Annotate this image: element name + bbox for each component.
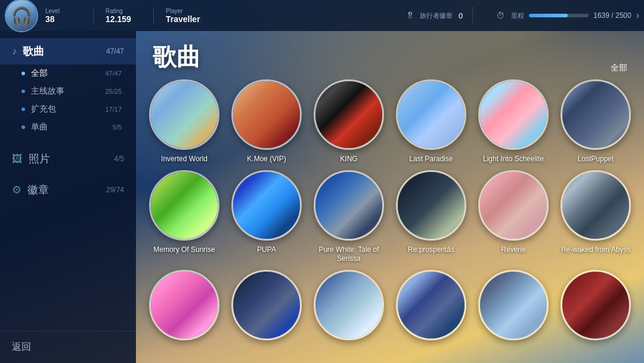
song-item-row3a[interactable] [148,270,221,345]
header-bar: 🎧 Level 38 Rating 12.159 Player Travelle… [0,0,644,31]
badge-icon: 🎖 [404,10,416,21]
song-cover-pure-white [314,170,384,241]
exp-bar-track [529,14,589,17]
song-cover-art-reverie [480,172,547,239]
song-cover-row3b [231,270,302,340]
song-item-row3e[interactable] [477,270,550,345]
sidebar-item-photos[interactable]: 🖼 照片 4/5 [0,143,136,174]
song-cover-art-reprosperitas [398,172,465,239]
sidebar-sub-expand[interactable]: 扩充包 17/17 [0,100,136,118]
miles-icon: ⏱ [494,10,506,21]
song-title-light-into-scheelite: Light Into Scheelite [483,155,544,164]
level-stat: Level 38 [45,8,81,24]
header-divider-2 [153,7,154,24]
song-item-pupa[interactable]: PUPA [230,170,303,264]
song-cover-art-row3a [151,272,218,339]
sub-main-count: 25/25 [105,88,122,95]
level-label: Level [45,8,81,14]
song-item-light-into-scheelite[interactable]: Light Into Scheelite [477,79,550,164]
song-title-reverie: Reverie [501,245,525,255]
song-cover-art-row3e [480,272,547,339]
song-item-row3c[interactable] [312,270,385,345]
photo-icon: 🖼 [12,153,23,165]
song-item-reverie[interactable]: Reverie [477,170,550,264]
gear-icon: ⚙ [12,183,21,196]
song-item-reprosperitas[interactable]: Re:prosperitás [395,170,467,264]
badge-value: 0 [459,11,463,20]
sidebar-sub-all[interactable]: 全部 47/47 [0,64,136,82]
song-cover-kmoe [231,79,302,150]
player-label: Player [166,8,202,14]
song-cover-art-light-into-scheelite [480,81,547,148]
all-dot [21,72,25,75]
song-title-last-paradise: Last Paradise [409,155,453,164]
sub-main-label: 主线故事 [31,86,64,97]
song-title-kmoe: K.Moe (VIP) [247,155,286,164]
song-cover-pupa [231,170,302,241]
sidebar: ♪ 歌曲 47/47 全部 47/47 主线故事 25/25 扩充包 17/17… [0,31,136,363]
rating-stat: Rating 12.159 [106,8,141,24]
song-item-lost-puppet[interactable]: LostPuppet [559,79,632,164]
song-item-inverted-world[interactable]: Inverted World [148,79,221,164]
song-title-re-waked: Re-waked from Abyss [561,245,631,255]
rating-label: Rating [106,8,141,14]
back-label: 返回 [12,342,31,352]
song-cover-last-paradise [396,79,466,150]
song-title-king: KING [340,155,357,164]
sidebar-bottom: 🖼 照片 4/5 ⚙ 徽章 29/74 [0,143,136,331]
sub-expand-label: 扩充包 [31,104,56,115]
filter-label[interactable]: 全部 [611,63,627,73]
song-cover-art-pupa [233,172,300,239]
level-value: 38 [45,14,81,24]
song-item-row3b[interactable] [230,270,303,345]
sub-all-label: 全部 [31,68,48,79]
song-cover-lost-puppet [561,79,631,150]
photos-label: 照片 [29,152,50,166]
song-title-memory-of-sunrise: Memory Of Sunrise [153,245,215,255]
song-item-kmoe[interactable]: K.Moe (VIP) [230,79,303,164]
avatar-image: 🎧 [11,6,32,26]
song-cover-art-king [315,81,382,148]
miles-value: 1639 / 2500 [593,11,631,20]
song-item-pure-white[interactable]: Pure White: Tale of Serissa [312,170,385,264]
miles-arrow-icon[interactable]: › [636,10,639,21]
song-cover-reprosperitas [396,170,466,241]
music-icon: ♪ [12,46,17,57]
page-title: 歌曲 [153,41,200,73]
back-button[interactable]: 返回 [0,331,136,363]
sidebar-sub-main[interactable]: 主线故事 25/25 [0,82,136,100]
song-item-last-paradise[interactable]: Last Paradise [395,79,467,164]
player-stat: Player Traveller [166,8,202,24]
sidebar-item-songs[interactable]: ♪ 歌曲 47/47 [0,38,136,64]
song-item-memory-of-sunrise[interactable]: Memory Of Sunrise [148,170,221,264]
sub-single-label: 单曲 [31,122,48,133]
songs-section: ♪ 歌曲 47/47 全部 47/47 主线故事 25/25 扩充包 17/17… [0,31,136,143]
song-title-pupa: PUPA [257,245,276,255]
content-header: 歌曲 全部 [136,31,644,79]
song-cover-art-row3b [233,272,300,339]
song-item-king[interactable]: KING [312,79,385,164]
song-title-pure-white: Pure White: Tale of Serissa [314,245,384,264]
avatar[interactable]: 🎧 [5,0,38,32]
song-cover-reverie [478,170,549,241]
song-cover-row3f [561,270,631,340]
badges-label: 徽章 [27,183,49,197]
song-cover-row3a [149,270,219,340]
song-item-re-waked[interactable]: Re-waked from Abyss [559,170,632,264]
song-cover-row3c [314,270,384,340]
song-grid: Inverted WorldK.Moe (VIP)KINGLast Paradi… [136,79,644,351]
song-cover-inverted-world [149,79,219,150]
song-title-reprosperitas: Re:prosperitás [408,245,454,255]
song-cover-art-kmoe [233,81,300,148]
exp-bar-fill [529,14,568,17]
song-item-row3f[interactable] [559,270,632,345]
single-dot [21,125,25,129]
sidebar-item-badges[interactable]: ⚙ 徽章 29/74 [0,174,136,205]
sidebar-sub-single[interactable]: 单曲 5/5 [0,118,136,136]
sub-single-count: 5/5 [113,124,122,131]
song-cover-light-into-scheelite [478,79,549,150]
photos-count: 4/5 [114,155,124,163]
song-item-row3d[interactable] [395,270,467,345]
miles-label: 里程 [511,11,524,20]
badge-label: 旅行者徽章 [420,11,453,20]
